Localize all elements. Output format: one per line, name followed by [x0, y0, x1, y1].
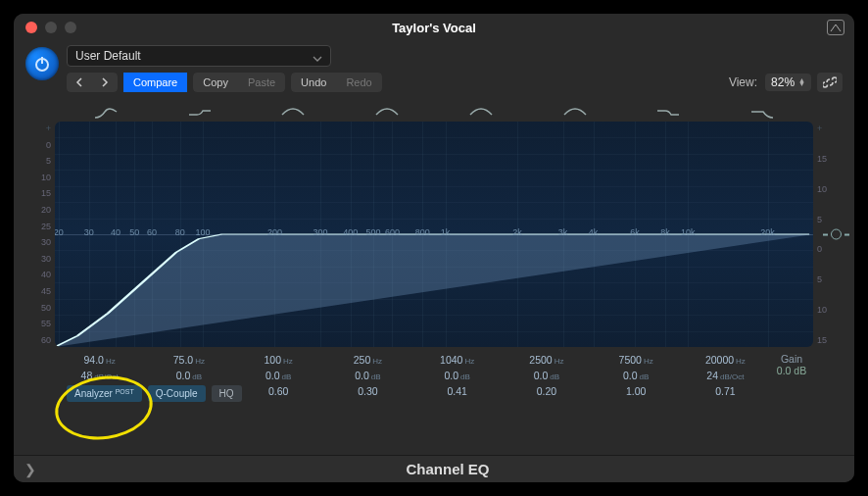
band-param-column[interactable]: 1040Hz0.0dB0.41: [412, 353, 502, 399]
band-type-lpf-icon[interactable]: [715, 102, 809, 122]
analyzer-scale-left: +051015202530304045505560: [25, 122, 55, 347]
next-button[interactable]: [92, 73, 118, 92]
link-button[interactable]: [817, 73, 843, 92]
window-title: Taylor's Vocal: [392, 21, 476, 35]
band-type-bell-icon[interactable]: [434, 102, 528, 122]
q-couple-button[interactable]: Q-Couple: [148, 385, 206, 402]
paste-button[interactable]: Paste: [238, 73, 285, 92]
hq-button[interactable]: HQ: [212, 385, 242, 402]
band-param-column[interactable]: 250Hz0.0dB0.30: [323, 353, 412, 399]
zoom-value: 82%: [771, 75, 795, 89]
band-param-column[interactable]: 20000Hz24dB/Oct0.71: [681, 353, 770, 399]
band-param-column[interactable]: 100Hz0.0dB0.60: [234, 353, 323, 399]
zoom-stepper[interactable]: 82% ▲▼: [765, 74, 811, 91]
analyzer-button[interactable]: Analyzer POST: [67, 385, 142, 402]
window-traffic-lights: [25, 22, 76, 33]
eq-area: +051015202530304045505560 20304050608010…: [25, 102, 843, 406]
band-type-bell-icon[interactable]: [340, 102, 434, 122]
toolbar: User Default Compare Copy Paste Undo Red…: [14, 41, 854, 100]
band-type-highshelf-icon[interactable]: [622, 102, 716, 122]
band-type-lowshelf-icon[interactable]: [153, 102, 247, 122]
stepper-arrows-icon: ▲▼: [798, 78, 805, 86]
prev-button[interactable]: [67, 73, 92, 92]
band-type-hpf-icon[interactable]: [59, 102, 153, 122]
power-button[interactable]: [25, 47, 59, 80]
band-type-bell-icon[interactable]: [528, 102, 622, 122]
footer: ❯ Channel EQ: [14, 455, 854, 482]
sidechain-icon[interactable]: [827, 20, 844, 35]
undo-button[interactable]: Undo: [291, 73, 336, 92]
copy-button[interactable]: Copy: [193, 73, 238, 92]
band-param-column[interactable]: 2500Hz0.0dB0.20: [502, 353, 591, 399]
view-label: View:: [729, 75, 757, 89]
plugin-window: Taylor's Vocal User Default Compare Copy: [14, 14, 854, 482]
zoom-window-button[interactable]: [65, 22, 76, 33]
band-param-column[interactable]: 7500Hz0.0dB1.00: [592, 353, 681, 399]
chevron-down-icon: [313, 52, 322, 66]
master-gain-handle[interactable]: [823, 229, 849, 240]
titlebar: Taylor's Vocal: [14, 14, 854, 41]
preset-name: User Default: [75, 49, 141, 63]
master-gain-readout[interactable]: Gain0.0 dB: [770, 353, 813, 399]
redo-button[interactable]: Redo: [336, 73, 381, 92]
eq-graph[interactable]: 2030405060801002003004005006008001k2k3k4…: [55, 122, 813, 347]
expand-chevron-icon[interactable]: ❯: [20, 459, 41, 480]
option-buttons: Analyzer POST Q-Couple HQ: [67, 385, 242, 402]
history-nav: [67, 73, 118, 92]
close-window-button[interactable]: [25, 22, 37, 33]
band-type-row: [25, 102, 843, 122]
compare-button[interactable]: Compare: [123, 73, 187, 92]
band-type-bell-icon[interactable]: [247, 102, 341, 122]
minimize-window-button[interactable]: [45, 22, 57, 33]
preset-select[interactable]: User Default: [67, 45, 331, 67]
plugin-name: Channel EQ: [406, 461, 489, 477]
